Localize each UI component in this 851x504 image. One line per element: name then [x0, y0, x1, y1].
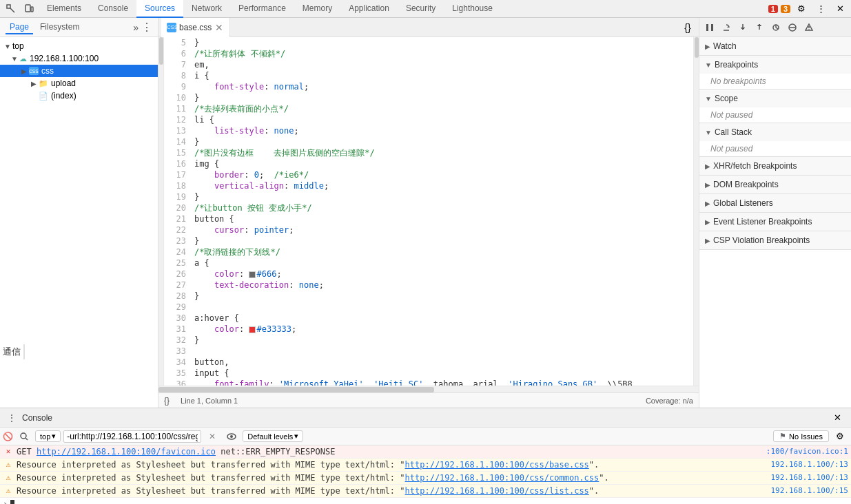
tab-elements[interactable]: Elements: [39, 0, 90, 18]
scope-header[interactable]: ▼ Scope: [699, 90, 851, 107]
code-line-17: 17 border: 0; /*ie6*/: [164, 169, 693, 180]
tree-item-index[interactable]: 📄 (index): [0, 90, 158, 102]
filter-clear-icon[interactable]: ✕: [204, 429, 221, 444]
code-line-21: 21 button {: [164, 213, 693, 224]
tab-sources[interactable]: Sources: [136, 0, 183, 18]
tab-console[interactable]: Console: [90, 0, 136, 18]
settings-icon[interactable]: ⚙: [793, 1, 810, 17]
close-devtools-icon[interactable]: ✕: [832, 1, 848, 17]
scrollbar-thumb-left: [159, 37, 163, 65]
vertical-scrollbar-left[interactable]: [158, 37, 164, 386]
tab-security[interactable]: Security: [398, 0, 444, 18]
file-tree-menu-icon[interactable]: ⋮: [141, 21, 152, 34]
error-link[interactable]: http://192.168.1.100:100/favicon.ico: [37, 447, 216, 456]
console-prompt-icon: ›: [3, 499, 8, 504]
editor-tab-close-icon[interactable]: ✕: [214, 23, 224, 32]
tab-filesystem[interactable]: Filesystem: [36, 21, 83, 34]
editor-tab-label: base.css: [179, 23, 212, 32]
more-tabs-icon[interactable]: »: [133, 22, 139, 33]
code-line-19: 19 }: [164, 191, 693, 202]
console-tab-label: Console: [22, 413, 52, 423]
log-levels-dropdown[interactable]: Default levels ▾: [243, 430, 303, 442]
flag-icon: ⚑: [779, 432, 786, 441]
console-settings-icon[interactable]: ⚙: [832, 429, 848, 444]
code-line-12: 12 li {: [164, 114, 693, 125]
tree-item-top[interactable]: ▼ top: [0, 40, 158, 52]
tree-item-upload[interactable]: ▶ 📁 upload: [0, 77, 158, 90]
warn-icon-2: ⚠: [3, 473, 14, 482]
breakpoints-header[interactable]: ▼ Breakpoints: [699, 56, 851, 74]
close-console-icon[interactable]: ✕: [829, 410, 845, 426]
svg-rect-3: [31, 7, 33, 12]
tab-application[interactable]: Application: [340, 0, 398, 18]
context-dropdown[interactable]: top ▾: [35, 430, 61, 442]
step-out-button[interactable]: [752, 20, 767, 35]
deactivate-breakpoints-button[interactable]: [785, 20, 800, 35]
pause-on-exception-button[interactable]: [801, 20, 817, 35]
devtools-toolbar: Elements Console Sources Network Perform…: [0, 0, 851, 18]
tab-performance[interactable]: Performance: [230, 0, 294, 18]
step-into-button[interactable]: [735, 20, 750, 35]
error-location[interactable]: :100/favicon.ico:1: [766, 447, 848, 456]
svg-rect-5: [711, 24, 713, 31]
tab-lighthouse[interactable]: Lighthouse: [444, 0, 501, 18]
vertical-scrollbar-right[interactable]: [693, 37, 699, 386]
dom-header[interactable]: ▶ DOM Breakpoints: [699, 176, 851, 193]
xhr-section: ▶ XHR/fetch Breakpoints: [699, 157, 851, 176]
console-clear-button[interactable]: 🚫: [3, 432, 13, 441]
warn-link-2[interactable]: http://192.168.1.100:100/css/common.css: [405, 473, 599, 483]
tree-item-server[interactable]: ▼ ☁ 192.168.1.100:100: [0, 52, 158, 65]
dom-label: DOM Breakpoints: [713, 180, 779, 189]
device-toggle-icon[interactable]: [21, 1, 37, 17]
global-section: ▶ Global Listeners: [699, 194, 851, 213]
console-filter-icon[interactable]: [16, 429, 32, 444]
format-icon[interactable]: {}: [679, 20, 696, 35]
svg-point-20: [230, 435, 233, 438]
inspect-icon[interactable]: [3, 1, 19, 17]
svg-rect-0: [7, 5, 10, 8]
eye-icon[interactable]: [223, 429, 240, 444]
main-tab-bar: Elements Console Sources Network Perform…: [39, 0, 501, 18]
code-line-25: 25 a {: [164, 258, 693, 269]
code-line-32: 32 }: [164, 335, 693, 346]
no-issues-button[interactable]: ⚑ No Issues: [773, 430, 829, 442]
csp-header[interactable]: ▶ CSP Violation Breakpoints: [699, 231, 851, 249]
warn-location-1[interactable]: 192.168.1.100/:13: [770, 460, 848, 469]
editor-tab-basecss[interactable]: CSS base.css ✕: [161, 18, 230, 37]
tab-memory[interactable]: Memory: [294, 0, 340, 18]
warn-location-2[interactable]: 192.168.1.100/:13: [770, 473, 848, 482]
warn-location-3[interactable]: 192.168.1.100/:15: [770, 486, 848, 495]
code-editor[interactable]: 5 } 6 /*让所有斜体 不倾斜*/ 7 em, 8: [164, 37, 693, 386]
global-arrow-icon: ▶: [705, 200, 710, 207]
more-options-icon[interactable]: ⋮: [812, 1, 829, 17]
call-stack-section: ▼ Call Stack Not paused: [699, 123, 851, 157]
console-toolbar: ⋮ Console ✕: [0, 408, 851, 428]
scope-arrow-icon: ▼: [705, 95, 712, 103]
console-filter-input[interactable]: [63, 430, 201, 443]
code-line-24: 24 /*取消链接的下划线*/: [164, 246, 693, 258]
xhr-arrow-icon: ▶: [705, 162, 710, 170]
event-listener-header[interactable]: ▶ Event Listener Breakpoints: [699, 213, 851, 231]
call-stack-header[interactable]: ▼ Call Stack: [699, 123, 851, 141]
file-tree-toolbar: Page Filesystem » ⋮: [0, 18, 158, 37]
css-folder-icon: css: [29, 67, 39, 75]
warn-link-1[interactable]: http://192.168.1.100:100/css/base.css: [405, 460, 589, 470]
horizontal-scrollbar[interactable]: [158, 386, 699, 392]
tab-page[interactable]: Page: [6, 21, 33, 34]
folder-icon-upload: 📁: [39, 79, 48, 88]
console-menu-icon[interactable]: ⋮: [6, 412, 18, 423]
coverage-label: Coverage: n/a: [646, 397, 693, 405]
global-header[interactable]: ▶ Global Listeners: [699, 194, 851, 212]
pause-button[interactable]: [702, 20, 717, 35]
step-over-button[interactable]: [719, 20, 734, 35]
format-footer-icon[interactable]: {}: [164, 396, 170, 406]
warn-link-3[interactable]: http://192.168.1.100:100/css/list.css: [405, 486, 589, 496]
svg-line-1: [10, 8, 14, 12]
tree-item-css[interactable]: ▶ css css: [0, 65, 158, 77]
editor-footer: {} Line 1, Column 1 Coverage: n/a: [158, 392, 699, 408]
tab-network[interactable]: Network: [183, 0, 230, 18]
tree-label-server: 192.168.1.100:100: [30, 54, 99, 63]
xhr-header[interactable]: ▶ XHR/fetch Breakpoints: [699, 157, 851, 175]
step-button[interactable]: [768, 20, 783, 35]
watch-header[interactable]: ▶ Watch: [699, 37, 851, 55]
